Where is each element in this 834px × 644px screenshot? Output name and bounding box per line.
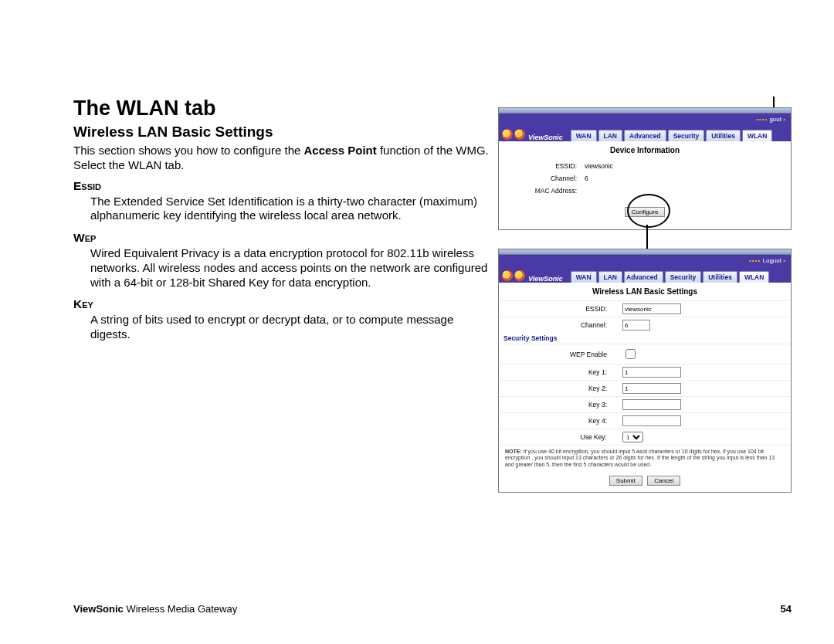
section-heading: Wireless LAN Basic Settings <box>73 124 490 141</box>
brand-label: ViewSonic <box>528 134 563 141</box>
essid-input[interactable] <box>622 303 681 314</box>
wep-enable-checkbox[interactable] <box>626 349 636 359</box>
tab-lan[interactable]: LAN <box>598 130 622 141</box>
text-column: The WLAN tab Wireless LAN Basic Settings… <box>73 97 490 511</box>
def-wep: Wired Equivalent Privacy is a data encry… <box>90 246 490 290</box>
key1-input[interactable] <box>622 367 681 378</box>
bird-icon <box>502 270 513 281</box>
essid-label: ESSID: <box>499 305 622 313</box>
key3-label: Key 3: <box>499 401 622 408</box>
tab-wan[interactable]: WAN <box>571 271 597 283</box>
tab-wlan[interactable]: WLAN <box>739 271 770 283</box>
usekey-select[interactable]: 1 <box>622 432 643 442</box>
bird-icon <box>502 129 513 140</box>
page-number: 54 <box>781 603 792 615</box>
cancel-button[interactable]: Cancel <box>647 476 680 486</box>
note-text: NOTE: If you use 40 bit encryption, you … <box>499 445 791 471</box>
term-wep: Wep <box>73 231 490 245</box>
wep-enable-label: WEP Enable <box>499 351 622 358</box>
bird-icon <box>514 129 525 140</box>
tab-utilities[interactable]: Utilities <box>703 271 737 283</box>
term-essid: Essid <box>73 179 490 193</box>
brand-label: ViewSonic <box>528 275 563 283</box>
key2-input[interactable] <box>622 383 681 394</box>
def-essid: The Extended Service Set Identification … <box>90 195 490 224</box>
intro-paragraph: This section shows you how to configure … <box>73 144 490 173</box>
logo <box>502 270 525 281</box>
submit-button[interactable]: Submit <box>609 476 642 486</box>
page-footer: ViewSonic Wireless Media Gateway 54 <box>73 603 792 615</box>
channel-label: Channel: <box>499 321 622 329</box>
key4-input[interactable] <box>622 415 681 426</box>
page-heading: The WLAN tab <box>73 97 490 120</box>
key4-label: Key 4: <box>499 417 622 425</box>
bird-icon <box>514 270 525 281</box>
tab-advanced[interactable]: Advanced <box>624 130 666 141</box>
tab-wan[interactable]: WAN <box>571 130 597 141</box>
device-info-table: ESSID:viewsonic Channel:6 MAC Address: <box>499 159 791 198</box>
panel-title: Device Information <box>499 141 791 159</box>
logo <box>502 129 525 140</box>
key3-input[interactable] <box>622 399 681 410</box>
security-settings-heading: Security Settings <box>499 333 791 344</box>
panel-title: Wireless LAN Basic Settings <box>499 283 791 300</box>
configure-button[interactable]: Configure <box>625 207 666 217</box>
key1-label: Key 1: <box>499 368 622 376</box>
term-key: Key <box>73 297 490 311</box>
tab-lan[interactable]: LAN <box>598 271 622 283</box>
tab-security[interactable]: Security <box>668 130 705 141</box>
tab-wlan[interactable]: WLAN <box>742 130 773 141</box>
screenshots-column: ViewSonic WAN LAN Advanced Security Util… <box>498 97 792 511</box>
usekey-label: Use Key: <box>499 433 622 441</box>
screenshot-device-info: ViewSonic WAN LAN Advanced Security Util… <box>498 107 792 230</box>
logout-link[interactable]: •••• gout • <box>756 116 786 123</box>
logout-link[interactable]: •••• Logout • <box>749 257 786 264</box>
def-key: A string of bits used to encrypt or decr… <box>90 313 490 342</box>
tab-utilities[interactable]: Utilities <box>706 130 741 141</box>
key2-label: Key 2: <box>499 385 622 392</box>
tab-advanced[interactable]: Advanced <box>624 271 663 283</box>
screenshot-wlan-settings: ViewSonic WAN LAN Advanced Security Util… <box>498 249 792 493</box>
tab-security[interactable]: Security <box>665 271 702 283</box>
channel-input[interactable] <box>622 320 650 330</box>
